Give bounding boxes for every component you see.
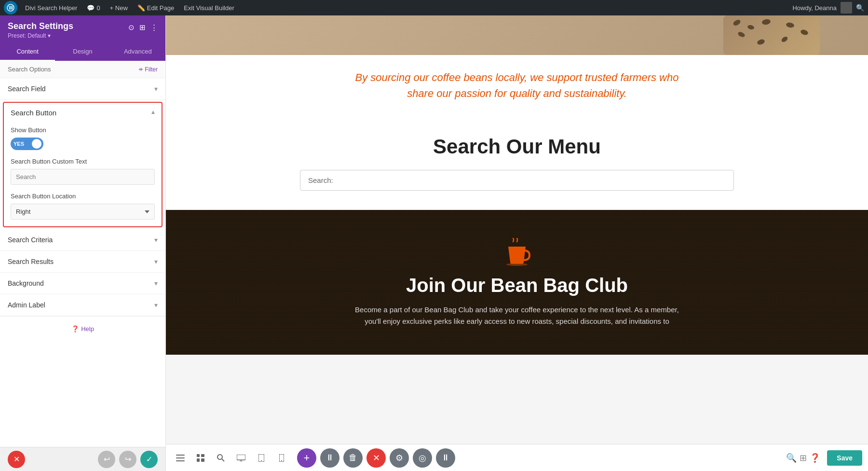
- svg-text:W: W: [9, 5, 14, 11]
- save-button[interactable]: Save: [827, 450, 862, 466]
- toggle-yes-label: YES: [14, 141, 24, 147]
- redo-button[interactable]: ↪: [119, 451, 136, 468]
- filter-button[interactable]: + + Filter: [138, 66, 158, 73]
- comments-link[interactable]: 💬 0: [85, 4, 102, 12]
- tab-design[interactable]: Design: [55, 43, 110, 61]
- settings-tabs: Content Design Advanced: [0, 43, 165, 61]
- focus-icon[interactable]: ⊙: [128, 23, 135, 32]
- more-icon[interactable]: ⋮: [150, 23, 158, 32]
- search-button-chevron: ▾: [151, 109, 155, 117]
- topbar-right: Howdy, Deanna 🔍: [792, 2, 864, 14]
- toolbar-mobile-icon[interactable]: [273, 449, 290, 467]
- toolbar-menu-icon[interactable]: [172, 449, 189, 467]
- svg-rect-4: [176, 457, 185, 458]
- svg-rect-6: [197, 454, 200, 457]
- search-criteria-chevron: ▾: [154, 236, 158, 244]
- admin-label-header[interactable]: Admin Label ▾: [0, 294, 165, 316]
- search-button-header[interactable]: Search Button ▾: [4, 103, 162, 123]
- sidebar-title: Search Settings: [8, 21, 73, 31]
- exit-builder-link[interactable]: Exit Visual Builder: [182, 4, 236, 12]
- undo-button[interactable]: ↩: [98, 451, 115, 468]
- new-link[interactable]: + New: [108, 4, 130, 12]
- grid-icon[interactable]: ⊞: [139, 23, 146, 32]
- toggle-knob: [32, 139, 41, 149]
- pencil-icon: ✏️: [137, 4, 145, 12]
- toolbar-right: ↩ ↪ ✓: [98, 451, 158, 468]
- close-button[interactable]: ✕: [366, 448, 386, 468]
- coffee-quote-section: By sourcing our coffee beans locally, we…: [166, 55, 868, 116]
- sidebar-content: Search Options + + Filter Search Field ▾…: [0, 61, 165, 447]
- user-avatar[interactable]: [841, 2, 852, 14]
- search-right-icon[interactable]: 🔍: [786, 453, 797, 463]
- join-club-section: Join Our Bean Bag Club Become a part of …: [166, 210, 868, 355]
- help-section: ❓ Help: [0, 316, 165, 341]
- divi-search-helper-link[interactable]: Divi Search Helper: [23, 4, 79, 12]
- tab-content[interactable]: Content: [0, 43, 55, 61]
- location-field: Search Button Location Right Left Inside: [11, 193, 155, 220]
- pause-button[interactable]: ⏸: [320, 448, 339, 468]
- options-label: Search Options: [8, 66, 51, 73]
- help-icon[interactable]: ❓: [810, 453, 820, 463]
- options-header: Search Options + + Filter: [0, 61, 165, 78]
- search-module-section: Search Our Menu Search:: [166, 116, 868, 210]
- user-greeting: Howdy, Deanna: [792, 4, 837, 12]
- svg-point-2: [506, 263, 528, 266]
- location-label: Search Button Location: [11, 193, 155, 200]
- search-button-section: Search Button ▾ Show Button YES Search: [3, 102, 163, 227]
- custom-text-label: Search Button Custom Text: [11, 158, 155, 165]
- sidebar-header-left: Search Settings Preset: Default ▾: [8, 21, 73, 39]
- pause2-button[interactable]: ⏸: [436, 448, 455, 468]
- search-results-header[interactable]: Search Results ▾: [0, 251, 165, 272]
- search-field-section: Search Field ▾: [0, 78, 165, 100]
- wordpress-icon[interactable]: W: [4, 1, 17, 14]
- search-criteria-section: Search Criteria ▾: [0, 229, 165, 251]
- tab-advanced[interactable]: Advanced: [110, 43, 165, 61]
- comment-icon: 💬: [87, 4, 95, 12]
- help-circle-icon: ❓: [71, 325, 79, 332]
- confirm-button[interactable]: ✓: [140, 451, 158, 468]
- background-section: Background ▾: [0, 273, 165, 294]
- edit-page-link[interactable]: ✏️ Edit Page: [136, 4, 176, 12]
- search-results-section: Search Results ▾: [0, 251, 165, 273]
- target-button[interactable]: ◎: [413, 448, 432, 468]
- search-criteria-header[interactable]: Search Criteria ▾: [0, 229, 165, 250]
- floating-bottom-toolbar: + ⏸ 🗑 ✕ ⚙ ◎ ⏸ 🔍 ⊞ ❓ Save: [166, 444, 868, 471]
- hero-image-top: [166, 15, 868, 55]
- preset-selector[interactable]: Preset: Default ▾: [8, 32, 73, 39]
- search-field-chevron: ▾: [154, 85, 158, 93]
- toolbar-grid-icon[interactable]: [192, 449, 209, 467]
- background-chevron: ▾: [154, 279, 158, 287]
- trash-button[interactable]: 🗑: [343, 448, 363, 468]
- toolbar-left: ✕: [8, 451, 25, 468]
- join-title: Join Our Bean Bag Club: [348, 275, 686, 296]
- admin-topbar: W Divi Search Helper 💬 0 + New ✏️ Edit P…: [0, 0, 868, 15]
- search-bar-label: Search:: [308, 176, 333, 184]
- add-element-button[interactable]: +: [297, 448, 316, 468]
- toolbar-right-icons: 🔍 ⊞ ❓: [786, 453, 820, 463]
- toolbar-desktop-icon[interactable]: [232, 449, 250, 467]
- search-bar[interactable]: Search:: [300, 170, 734, 191]
- svg-point-10: [217, 455, 222, 459]
- sidebar-header-top: Search Settings Preset: Default ▾ ⊙ ⊞ ⋮: [8, 21, 158, 39]
- show-button-toggle[interactable]: YES: [11, 138, 43, 150]
- layers-icon[interactable]: ⊞: [800, 453, 807, 463]
- show-button-label: Show Button: [11, 126, 155, 134]
- search-field-header[interactable]: Search Field ▾: [0, 78, 165, 99]
- search-results-chevron: ▾: [154, 258, 158, 265]
- location-select[interactable]: Right Left Inside: [11, 204, 155, 220]
- custom-text-input[interactable]: [11, 169, 155, 185]
- custom-text-field: Search Button Custom Text: [11, 158, 155, 193]
- background-header[interactable]: Background ▾: [0, 273, 165, 294]
- toolbar-search-icon[interactable]: [212, 449, 230, 467]
- svg-rect-12: [237, 455, 245, 460]
- settings-button[interactable]: ⚙: [390, 448, 409, 468]
- dark-section-content: Join Our Bean Bag Club Become a part of …: [348, 238, 686, 327]
- toolbar-tablet-icon[interactable]: [253, 449, 270, 467]
- svg-line-11: [222, 459, 224, 461]
- cancel-button[interactable]: ✕: [8, 451, 25, 468]
- svg-rect-8: [197, 458, 200, 462]
- help-button[interactable]: ❓ Help: [71, 325, 94, 332]
- show-button-field: Show Button YES: [11, 126, 155, 150]
- svg-point-16: [261, 460, 262, 461]
- topbar-search-icon[interactable]: 🔍: [856, 4, 864, 12]
